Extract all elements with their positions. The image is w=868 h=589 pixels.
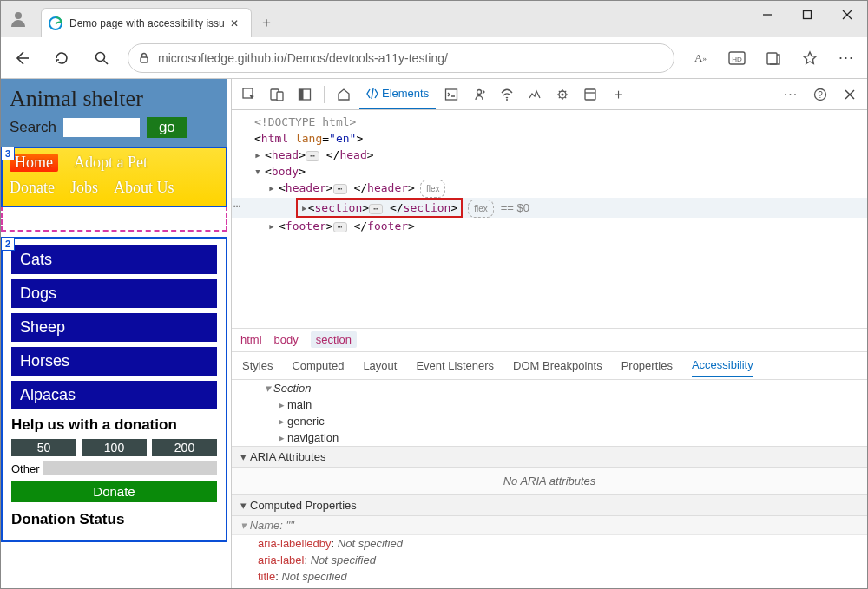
window-minimize-icon[interactable] [747,1,787,29]
donation-heading: Help us with a donation [11,416,217,434]
back-button[interactable] [8,44,36,72]
dom-header[interactable]: ▸<header>⋯ </header>flex [232,180,867,198]
sidebar-item-sheep[interactable]: Sheep [11,313,217,342]
no-aria-text: No ARIA attributes [232,468,867,494]
inspect-icon[interactable] [237,82,261,107]
nav-home[interactable]: Home [10,154,58,172]
other-amount-input[interactable] [43,461,217,475]
sidebar-item-dogs[interactable]: Dogs [11,279,217,308]
a11y-tree-navigation[interactable]: ▸navigation [232,429,867,446]
donation-status-heading: Donation Status [11,511,217,528]
more-tabs-icon[interactable]: ＋ [606,82,630,107]
hd-icon[interactable]: HD [723,44,751,72]
computed-name-row[interactable]: ▾ Name: "" [232,516,867,535]
search-label: Search [10,119,56,136]
svg-text:HD: HD [732,56,742,63]
donation-amount-200[interactable]: 200 [152,439,217,456]
tab-styles[interactable]: Styles [242,359,273,372]
svg-point-0 [15,12,22,19]
tab-event-listeners[interactable]: Event Listeners [416,359,494,372]
sidebar-panel-tabs: Styles Computed Layout Event Listeners D… [232,352,867,380]
tab-accessibility[interactable]: Accessibility [692,358,753,377]
svg-rect-3 [804,11,812,19]
demo-nav: 3 Home Adopt a Pet Donate Jobs About Us [1,147,227,207]
sources-icon[interactable] [467,82,491,107]
svg-rect-23 [585,89,595,100]
tab-properties[interactable]: Properties [621,359,673,372]
refresh-button[interactable] [48,44,76,72]
dom-doctype[interactable]: <!DOCTYPE html> [232,114,867,130]
a11y-tree-main[interactable]: ▸main [232,396,867,413]
panel-icon[interactable] [293,82,317,107]
tab-layout[interactable]: Layout [363,359,397,372]
svg-rect-9 [141,57,148,62]
sidebar-item-cats[interactable]: Cats [11,245,217,274]
nav-adopt[interactable]: Adopt a Pet [74,154,148,172]
new-tab-button[interactable]: ＋ [252,8,281,37]
donation-amount-100[interactable]: 100 [82,439,147,456]
help-icon[interactable]: ? [808,82,832,107]
prop-title: title: Not specified [232,568,867,585]
device-icon[interactable] [265,82,289,107]
tab-computed[interactable]: Computed [292,359,344,372]
edge-favicon [49,16,62,30]
dom-breadcrumb[interactable]: html body section [232,328,867,352]
breadcrumb-section[interactable]: section [311,331,357,348]
search-input[interactable] [63,118,140,137]
sidebar-item-alpacas[interactable]: Alpacas [11,381,217,409]
application-icon[interactable] [578,82,602,107]
browser-tab[interactable]: Demo page with accessibility issu ✕ [41,8,252,37]
devtools-menu-icon[interactable]: ··· [779,82,803,107]
tab-close-icon[interactable]: ✕ [225,17,244,29]
favorite-icon[interactable] [796,44,824,72]
site-info-icon[interactable] [137,51,151,65]
profile-icon[interactable] [1,1,36,36]
breadcrumb-html[interactable]: html [240,333,262,346]
demo-header: Animal shelter Search go [1,79,227,147]
svg-rect-12 [767,53,777,64]
performance-icon[interactable] [523,82,547,107]
dom-footer[interactable]: ▸<footer>⋯ </footer> [232,218,867,234]
a11y-tree-generic[interactable]: ▸generic [232,413,867,429]
source-order-badge-3: 3 [1,147,15,160]
address-bar[interactable]: microsoftedge.github.io/Demos/devtools-a… [128,43,674,73]
menu-icon[interactable]: ··· [832,44,860,72]
network-icon[interactable] [495,82,519,107]
tab-dom-breakpoints[interactable]: DOM Breakpoints [513,359,602,372]
nav-donate[interactable]: Donate [10,179,55,197]
computed-props-header[interactable]: ▾Computed Properties [232,494,867,516]
collections-icon[interactable] [760,44,787,72]
svg-rect-18 [446,89,457,100]
aria-attributes-header[interactable]: ▾ARIA Attributes [232,446,867,468]
nav-about[interactable]: About Us [114,179,174,197]
breadcrumb-body[interactable]: body [274,333,299,346]
svg-point-20 [506,99,508,101]
donate-button[interactable]: Donate [11,481,217,502]
dom-tree[interactable]: <!DOCTYPE html> <html lang="en"> ▸<head>… [232,110,867,328]
nav-jobs[interactable]: Jobs [70,179,98,197]
dom-head[interactable]: ▸<head>⋯ </head> [232,147,867,163]
a11y-tree-section[interactable]: ▾Section [232,380,867,396]
donation-amount-50[interactable]: 50 [11,439,76,456]
prop-aria-labelledby: aria-labelledby: Not specified [232,535,867,552]
sidebar-menu: 2 Cats Dogs Sheep Horses Alpacas Help us… [1,237,227,542]
tab-elements[interactable]: Elements [359,80,436,109]
sidebar-item-horses[interactable]: Horses [11,347,217,376]
svg-rect-15 [277,92,283,101]
go-button[interactable]: go [147,117,187,138]
url-text: microsoftedge.github.io/Demos/devtools-a… [158,51,448,65]
prop-role: Role: Section [232,585,867,590]
read-aloud-icon[interactable]: A» [687,44,714,72]
svg-line-8 [104,60,108,64]
welcome-icon[interactable] [332,82,356,107]
dom-section-selected[interactable]: ⋯ ▸<section>⋯ </section>flex== $0 [232,198,867,218]
window-close-icon[interactable] [827,1,867,29]
dom-body[interactable]: ▾<body> [232,163,867,180]
devtools-close-icon[interactable] [838,82,862,107]
dom-html[interactable]: <html lang="en"> [232,130,867,147]
console-icon[interactable] [439,82,464,107]
search-icon[interactable] [88,44,115,72]
memory-icon[interactable] [550,82,575,107]
window-maximize-icon[interactable] [787,1,827,29]
page-title: Animal shelter [10,86,219,112]
